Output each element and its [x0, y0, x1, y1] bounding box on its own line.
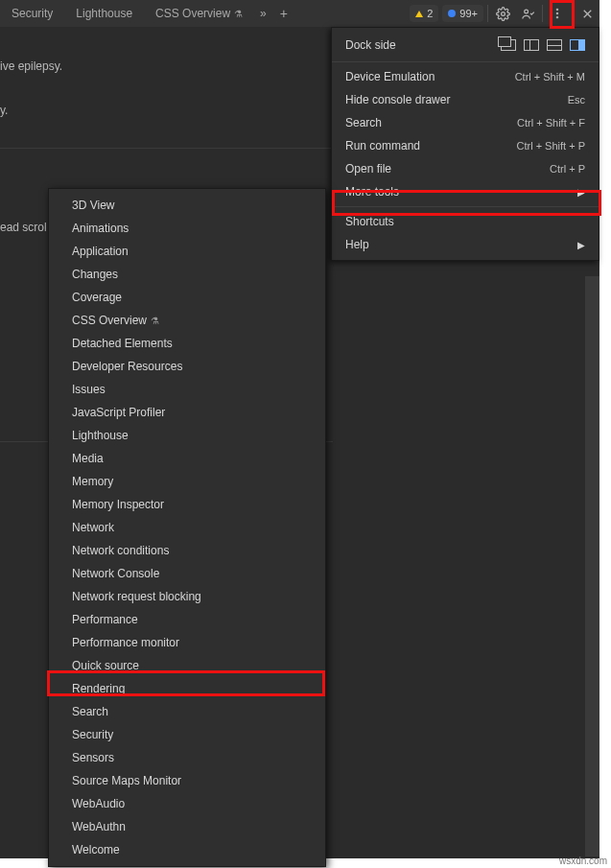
submenu-item-webaudio[interactable]: WebAudio — [49, 792, 325, 815]
submenu-item-developer-resources[interactable]: Developer Resources — [49, 355, 325, 378]
submenu-item-javascript-profiler[interactable]: JavaScript Profiler — [49, 401, 325, 424]
submenu-item-sensors[interactable]: Sensors — [49, 746, 325, 769]
submenu-item-application[interactable]: Application — [49, 240, 325, 263]
submenu-label: Welcome — [72, 843, 120, 856]
svg-point-0 — [501, 12, 505, 15]
beaker-icon: ⚗ — [151, 316, 159, 326]
submenu-item-css-overview[interactable]: CSS Overview⚗ — [49, 309, 325, 332]
submenu-item-lighthouse[interactable]: Lighthouse — [49, 424, 325, 447]
menu-shortcut: Esc — [568, 94, 585, 106]
tab-css-overview[interactable]: CSS Overview⚗ — [144, 0, 254, 27]
feedback-button[interactable] — [515, 0, 540, 27]
submenu-label: Memory Inspector — [72, 498, 164, 511]
submenu-item-quick-source[interactable]: Quick source — [49, 654, 325, 677]
divider — [487, 5, 488, 22]
submenu-item-memory[interactable]: Memory — [49, 470, 325, 493]
menu-label: Open file — [345, 162, 550, 176]
warning-count: 2 — [427, 8, 433, 19]
submenu-label: Changes — [72, 268, 118, 281]
submenu-item-issues[interactable]: Issues — [49, 378, 325, 401]
submenu-item-welcome[interactable]: Welcome — [49, 838, 325, 861]
submenu-label: WebAuthn — [72, 820, 126, 833]
submenu-label: Network request blocking — [72, 590, 201, 603]
menu-label: Hide console drawer — [345, 93, 568, 106]
close-icon — [581, 8, 594, 20]
bg-text: ead scrol — [0, 221, 47, 234]
messages-badge[interactable]: 99+ — [442, 5, 483, 22]
beaker-icon: ⚗ — [234, 9, 243, 19]
dock-bottom-icon[interactable] — [547, 39, 562, 51]
submenu-item-source-maps-monitor[interactable]: Source Maps Monitor — [49, 769, 325, 792]
bg-text: y. — [0, 104, 8, 117]
menu-shortcut: Ctrl + Shift + P — [516, 140, 585, 152]
submenu-item-memory-inspector[interactable]: Memory Inspector — [49, 493, 325, 516]
menu-open-file[interactable]: Open file Ctrl + P — [332, 157, 599, 180]
submenu-item-media[interactable]: Media — [49, 447, 325, 470]
divider — [542, 5, 543, 22]
kebab-icon — [551, 7, 564, 20]
submenu-item-network[interactable]: Network — [49, 516, 325, 539]
submenu-item-performance[interactable]: Performance — [49, 608, 325, 631]
info-dot-icon — [448, 10, 456, 17]
menu-separator — [332, 206, 599, 207]
submenu-item-network-conditions[interactable]: Network conditions — [49, 539, 325, 562]
submenu-item-changes[interactable]: Changes — [49, 263, 325, 286]
menu-search[interactable]: Search Ctrl + Shift + F — [332, 111, 599, 134]
submenu-label: Network Console — [72, 567, 159, 580]
menu-label: More tools — [345, 185, 577, 199]
submenu-label: Performance monitor — [72, 636, 179, 649]
dock-left-icon[interactable] — [524, 39, 539, 51]
submenu-label: Source Maps Monitor — [72, 774, 181, 787]
tab-lighthouse[interactable]: Lighthouse — [64, 0, 144, 27]
submenu-label: Network conditions — [72, 544, 169, 557]
tab-security[interactable]: Security — [0, 0, 64, 27]
submenu-item-performance-monitor[interactable]: Performance monitor — [49, 631, 325, 654]
dock-side-label: Dock side — [345, 38, 501, 52]
submenu-item-animations[interactable]: Animations — [49, 217, 325, 240]
dock-right-icon[interactable] — [570, 39, 585, 51]
scrollbar-track[interactable] — [585, 276, 599, 856]
submenu-label: 3D View — [72, 199, 114, 212]
menu-shortcut: Ctrl + P — [550, 163, 585, 175]
submenu-label: Memory — [72, 475, 113, 488]
submenu-item-network-console[interactable]: Network Console — [49, 562, 325, 585]
menu-help[interactable]: Help ▶ — [332, 233, 599, 256]
submenu-item-search[interactable]: Search — [49, 700, 325, 723]
menu-label: Help — [345, 238, 577, 251]
kebab-menu-button[interactable] — [545, 0, 570, 27]
submenu-label: Application — [72, 245, 129, 258]
more-tools-submenu: 3D ViewAnimationsApplicationChangesCover… — [48, 188, 326, 867]
menu-run-command[interactable]: Run command Ctrl + Shift + P — [332, 134, 599, 157]
divider — [0, 148, 333, 149]
warnings-badge[interactable]: 2 — [410, 5, 438, 22]
add-tab-button[interactable]: + — [272, 0, 295, 27]
submenu-item-3d-view[interactable]: 3D View — [49, 194, 325, 217]
submenu-label: Detached Elements — [72, 337, 173, 350]
settings-button[interactable] — [490, 0, 515, 27]
close-devtools-button[interactable] — [575, 0, 599, 27]
menu-shortcut: Ctrl + Shift + M — [515, 71, 585, 82]
chevron-right-icon: ▶ — [577, 187, 585, 198]
submenu-item-coverage[interactable]: Coverage — [49, 286, 325, 309]
svg-point-2 — [556, 9, 558, 11]
menu-more-tools[interactable]: More tools ▶ — [332, 180, 599, 203]
submenu-label: Developer Resources — [72, 360, 182, 373]
submenu-item-security[interactable]: Security — [49, 723, 325, 746]
watermark: wsxdn.com — [559, 856, 607, 866]
dock-undock-icon[interactable] — [501, 39, 516, 51]
more-tabs-button[interactable]: » — [254, 0, 272, 27]
submenu-item-detached-elements[interactable]: Detached Elements — [49, 332, 325, 355]
dock-side-row: Dock side — [332, 32, 599, 59]
menu-device-emulation[interactable]: Device Emulation Ctrl + Shift + M — [332, 65, 599, 88]
menu-shortcuts[interactable]: Shortcuts — [332, 210, 599, 233]
gear-icon — [496, 7, 510, 21]
submenu-label: CSS Overview — [72, 314, 147, 327]
submenu-label: Search — [72, 705, 108, 718]
menu-hide-console[interactable]: Hide console drawer Esc — [332, 88, 599, 111]
submenu-item-rendering[interactable]: Rendering — [49, 677, 325, 700]
submenu-item-webauthn[interactable]: WebAuthn — [49, 815, 325, 838]
submenu-item-network-request-blocking[interactable]: Network request blocking — [49, 585, 325, 608]
chevron-right-icon: ▶ — [577, 240, 585, 250]
main-menu: Dock side Device Emulation Ctrl + Shift … — [331, 27, 599, 261]
submenu-label: Coverage — [72, 291, 122, 304]
